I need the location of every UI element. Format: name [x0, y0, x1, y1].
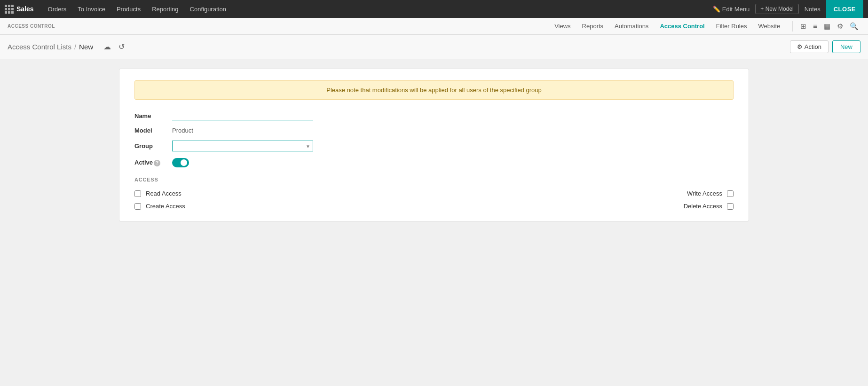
- module-label: ACCESS CONTROL: [8, 24, 55, 29]
- create-access-checkbox[interactable]: [134, 203, 141, 210]
- access-section: ACCESS Read Access Write Access Create A…: [134, 177, 734, 210]
- breadcrumb-separator: /: [74, 43, 76, 51]
- edit-menu-link[interactable]: ✏️ Edit Menu: [709, 4, 753, 15]
- access-grid: Read Access Write Access Create Access D…: [134, 190, 734, 210]
- settings-icon[interactable]: ⚙: [835, 21, 845, 32]
- form-card: Please note that modifications will be a…: [119, 69, 749, 221]
- create-access-row: Create Access: [134, 203, 434, 210]
- active-toggle-wrapper: [172, 158, 189, 167]
- notes-link[interactable]: Notes: [801, 4, 824, 15]
- warning-banner: Please note that modifications will be a…: [134, 80, 734, 100]
- main-menu: Orders To Invoice Products Reporting Con…: [43, 4, 710, 15]
- breadcrumb-actions: ☁ ↺: [102, 41, 126, 52]
- action-bar: Access Control Lists / New ☁ ↺ ⚙ Action …: [0, 35, 868, 59]
- menu-configuration[interactable]: Configuration: [185, 4, 231, 15]
- new-model-button[interactable]: + New Model: [755, 4, 798, 14]
- name-input[interactable]: [172, 111, 313, 120]
- breadcrumb-current: New: [79, 43, 93, 51]
- toggle-thumb: [181, 159, 187, 166]
- gear-icon: ⚙: [797, 43, 803, 50]
- module-breadcrumb-bar: ACCESS CONTROL Views Reports Automations…: [0, 18, 868, 35]
- write-access-checkbox[interactable]: [727, 190, 734, 197]
- save-cloud-icon[interactable]: ☁: [102, 41, 113, 52]
- name-row: Name: [134, 111, 734, 120]
- list-view-icon[interactable]: ≡: [811, 21, 819, 31]
- group-select-wrapper: ▼: [172, 141, 313, 151]
- delete-access-row: Delete Access: [434, 203, 734, 210]
- model-value: Product: [172, 127, 193, 134]
- group-row: Group ▼: [134, 141, 734, 151]
- active-row: Active?: [134, 158, 734, 167]
- model-label: Model: [134, 127, 172, 134]
- grid-icon: [5, 5, 14, 14]
- main-content: Please note that modifications will be a…: [0, 59, 868, 341]
- model-row: Model Product: [134, 127, 734, 134]
- action-button[interactable]: ⚙ Action: [790, 40, 829, 53]
- delete-access-label: Delete Access: [684, 203, 722, 210]
- top-nav-right: ✏️ Edit Menu + New Model Notes CLOSE: [709, 0, 863, 18]
- action-bar-right: ⚙ Action New: [790, 40, 860, 53]
- close-button[interactable]: CLOSE: [826, 0, 863, 18]
- active-toggle[interactable]: [172, 158, 189, 167]
- create-access-label: Create Access: [146, 203, 185, 210]
- subnav-views[interactable]: Views: [550, 20, 575, 32]
- sub-nav: Views Reports Automations Access Control…: [550, 20, 860, 32]
- access-section-header: ACCESS: [134, 177, 734, 182]
- new-record-button[interactable]: New: [832, 40, 860, 53]
- group-label: Group: [134, 142, 172, 150]
- search-icon[interactable]: 🔍: [848, 21, 860, 32]
- read-access-row: Read Access: [134, 190, 434, 197]
- subnav-automations[interactable]: Automations: [610, 20, 653, 32]
- subnav-website[interactable]: Website: [754, 20, 785, 32]
- subnav-access-control[interactable]: Access Control: [655, 20, 709, 32]
- app-name: Sales: [16, 5, 34, 13]
- top-navbar: Sales Orders To Invoice Products Reporti…: [0, 0, 868, 18]
- menu-orders[interactable]: Orders: [43, 4, 71, 15]
- menu-to-invoice[interactable]: To Invoice: [73, 4, 110, 15]
- subnav-reports[interactable]: Reports: [577, 20, 608, 32]
- discard-icon[interactable]: ↺: [117, 41, 126, 52]
- help-icon[interactable]: ?: [154, 160, 160, 166]
- breadcrumb-link[interactable]: Access Control Lists: [8, 43, 71, 51]
- write-access-row: Write Access: [434, 190, 734, 197]
- sub-nav-icons: ⊞ ≡ ▦ ⚙ 🔍: [792, 21, 860, 32]
- toggle-track: [172, 158, 189, 167]
- subnav-filter-rules[interactable]: Filter Rules: [711, 20, 752, 32]
- menu-products[interactable]: Products: [112, 4, 145, 15]
- warning-text: Please note that modifications will be a…: [326, 87, 541, 94]
- delete-access-checkbox[interactable]: [727, 203, 734, 210]
- active-label: Active?: [134, 159, 172, 166]
- kanban-view-icon[interactable]: ⊞: [798, 21, 808, 32]
- form-view-icon[interactable]: ▦: [822, 21, 832, 32]
- read-access-label: Read Access: [146, 190, 181, 197]
- write-access-label: Write Access: [687, 190, 722, 197]
- name-label: Name: [134, 112, 172, 119]
- menu-reporting[interactable]: Reporting: [147, 4, 183, 15]
- group-input[interactable]: [172, 141, 313, 151]
- app-logo[interactable]: Sales: [5, 5, 34, 14]
- breadcrumb-nav: Access Control Lists / New ☁ ↺: [8, 41, 790, 52]
- read-access-checkbox[interactable]: [134, 190, 141, 197]
